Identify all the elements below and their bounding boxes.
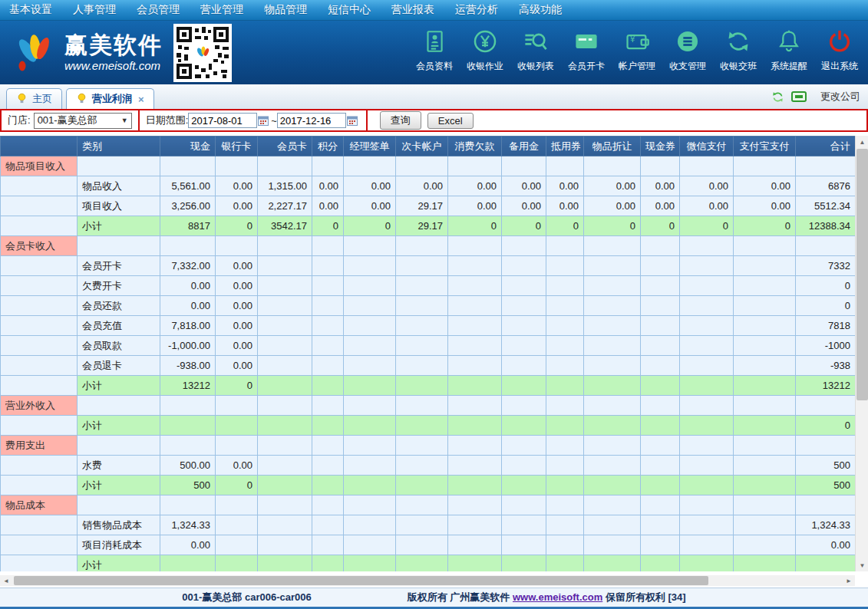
header-action-account-manage[interactable]: ¥帐户管理 <box>612 25 662 73</box>
value-cell <box>734 336 796 356</box>
header-action-cashier-work[interactable]: 收银作业 <box>460 25 510 73</box>
menu-item-6[interactable]: 营业报表 <box>391 3 434 17</box>
calendar-icon[interactable] <box>258 116 269 126</box>
value-cell <box>680 555 734 572</box>
column-header: 抵用券 <box>546 137 584 156</box>
table-row-data[interactable]: 会员还款0.000.000 <box>1 296 856 316</box>
tab-home[interactable]: 主页 <box>6 88 62 109</box>
table-row-section[interactable]: 营业外收入 <box>1 396 856 416</box>
value-cell: 6876 <box>796 176 856 196</box>
row-label-cell: 销售物品成本 <box>78 515 160 535</box>
excel-button[interactable]: Excel <box>427 113 474 129</box>
menu-item-7[interactable]: 运营分析 <box>455 3 498 17</box>
value-cell <box>502 336 546 356</box>
header-action-cashier-list[interactable]: 收银列表 <box>510 25 561 73</box>
row-label-cell: 会员取款 <box>78 336 160 356</box>
table-viewport: 类别现金银行卡会员卡积分经理签单次卡帐户消费欠款备用金抵用券物品折让现金券微信支… <box>0 136 855 571</box>
scroll-left-icon[interactable]: ◄ <box>0 575 12 586</box>
header-action-exit-system[interactable]: 退出系统 <box>814 25 865 73</box>
card-icon[interactable] <box>791 91 807 102</box>
footer-link[interactable]: www.emeisoft.com <box>513 591 602 603</box>
table-row-section[interactable]: 物品成本 <box>1 495 856 515</box>
menu-item-8[interactable]: 高级功能 <box>519 3 562 17</box>
value-cell <box>680 376 734 396</box>
table-cell <box>734 156 796 176</box>
table-row-data[interactable]: 销售物品成本1,324.331,324.33 <box>1 515 856 535</box>
value-cell <box>396 456 448 476</box>
menu-item-1[interactable]: 人事管理 <box>73 3 116 17</box>
menu-item-2[interactable]: 会员管理 <box>137 3 180 17</box>
value-cell <box>680 535 734 555</box>
value-cell: 0.00 <box>344 176 396 196</box>
value-cell <box>258 296 312 316</box>
value-cell <box>448 316 502 336</box>
refresh-icon[interactable] <box>771 91 784 104</box>
header-action-income-expense[interactable]: 收支管理 <box>662 25 713 73</box>
value-cell <box>502 296 546 316</box>
profit-report-table: 类别现金银行卡会员卡积分经理签单次卡帐户消费欠款备用金抵用券物品折让现金券微信支… <box>0 136 855 571</box>
value-cell: 0.00 <box>396 176 448 196</box>
table-row-section[interactable]: 费用支出 <box>1 436 856 456</box>
table-row-section[interactable]: 会员卡收入 <box>1 236 856 256</box>
table-row-data[interactable]: 会员退卡-938.000.00-938 <box>1 356 856 376</box>
table-row-subtotal[interactable]: 小计0 <box>1 416 856 436</box>
v-scrollbar[interactable]: ▲ ▼ <box>855 136 868 571</box>
table-row-data[interactable]: 水费500.000.00500 <box>1 456 856 476</box>
table-cell <box>448 156 502 176</box>
value-cell <box>680 515 734 535</box>
table-row-subtotal[interactable]: 小计 <box>1 555 856 572</box>
table-row-data[interactable]: 欠费开卡0.000.000 <box>1 276 856 296</box>
table-cell <box>258 156 312 176</box>
h-scroll-track[interactable] <box>12 575 843 586</box>
table-row-subtotal[interactable]: 小计13212013212 <box>1 376 856 396</box>
header-action-label: 会员资料 <box>416 60 453 73</box>
table-row-subtotal[interactable]: 小计5000500 <box>1 476 856 495</box>
date-to-input[interactable] <box>277 113 346 128</box>
header-action-system-remind[interactable]: 系统提醒 <box>764 25 814 73</box>
value-cell <box>584 416 641 436</box>
value-cell <box>641 535 680 555</box>
calendar-icon[interactable] <box>347 116 358 126</box>
value-cell <box>448 376 502 396</box>
value-cell <box>734 356 796 376</box>
menu-item-0[interactable]: 基本设置 <box>9 3 52 17</box>
table-row-data[interactable]: 会员充值7,818.000.007818 <box>1 316 856 336</box>
date-from-input[interactable] <box>188 113 257 128</box>
row-label-cell: 小计 <box>78 376 160 396</box>
table-cell <box>734 236 796 256</box>
h-scrollbar[interactable]: ◄ ► <box>0 575 855 586</box>
change-company-label[interactable]: 更改公司 <box>820 90 860 104</box>
tab-label: 主页 <box>32 92 52 106</box>
value-cell: 0 <box>796 296 856 316</box>
table-cell <box>1 356 78 376</box>
table-row-data[interactable]: 项目收入3,256.000.002,227.170.000.0029.170.0… <box>1 196 856 216</box>
value-cell: 13212 <box>160 376 216 396</box>
header-action-member-open-card[interactable]: 会员开卡 <box>561 25 612 73</box>
table-row-section[interactable]: 物品项目收入 <box>1 156 856 176</box>
tab-profit[interactable]: 营业利润× <box>66 88 154 109</box>
value-cell: 0.00 <box>160 535 216 555</box>
value-cell <box>312 336 344 356</box>
table-cell <box>1 256 78 276</box>
header-action-member-info[interactable]: 会员资料 <box>409 25 460 73</box>
table-cell <box>1 456 78 476</box>
scroll-right-icon[interactable]: ► <box>843 575 855 586</box>
scroll-down-icon[interactable]: ▼ <box>856 559 868 571</box>
v-scroll-thumb[interactable] <box>856 149 868 400</box>
tab-close-icon[interactable]: × <box>138 94 144 105</box>
table-row-data[interactable]: 物品收入5,561.000.001,315.000.000.000.000.00… <box>1 176 856 196</box>
table-row-data[interactable]: 项目消耗成本0.000.00 <box>1 535 856 555</box>
table-row-subtotal[interactable]: 小计881703542.170029.17000000012388.34 <box>1 216 856 236</box>
table-row-data[interactable]: 会员开卡7,332.000.007332 <box>1 256 856 276</box>
menu-item-3[interactable]: 营业管理 <box>200 3 243 17</box>
value-cell <box>680 256 734 276</box>
store-select[interactable]: 001-赢美总部 ▼ <box>34 113 132 129</box>
menu-item-5[interactable]: 短信中心 <box>328 3 371 17</box>
menu-item-4[interactable]: 物品管理 <box>264 3 307 17</box>
header-action-cashier-shift[interactable]: 收银交班 <box>713 25 764 73</box>
query-button[interactable]: 查询 <box>380 111 421 130</box>
table-row-data[interactable]: 会员取款-1,000.000.00-1000 <box>1 336 856 356</box>
h-scroll-thumb[interactable] <box>14 576 708 585</box>
value-cell: 0.00 <box>216 276 258 296</box>
scroll-up-icon[interactable]: ▲ <box>856 136 868 148</box>
